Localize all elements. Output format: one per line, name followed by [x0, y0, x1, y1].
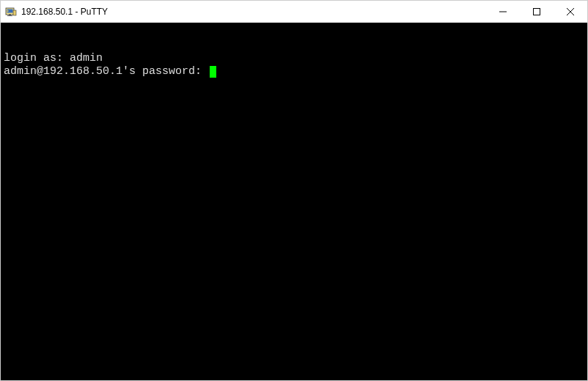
cursor: [210, 66, 216, 78]
svg-rect-2: [13, 10, 16, 15]
putty-window: 192.168.50.1 - PuTTY login as: adminadm: [0, 0, 588, 381]
terminal-line: admin@192.168.50.1's password:: [4, 65, 584, 78]
minimize-button[interactable]: [486, 1, 520, 22]
window-title: 192.168.50.1 - PuTTY: [21, 7, 486, 17]
titlebar[interactable]: 192.168.50.1 - PuTTY: [1, 1, 587, 23]
maximize-button[interactable]: [520, 1, 554, 22]
svg-rect-6: [534, 8, 540, 15]
close-button[interactable]: [554, 1, 587, 22]
terminal-prompt: admin@192.168.50.1's password:: [4, 65, 208, 78]
putty-icon: [5, 6, 17, 18]
minimize-icon: [499, 8, 507, 15]
terminal-line: login as: admin: [4, 52, 584, 65]
window-controls: [486, 1, 587, 22]
terminal[interactable]: login as: adminadmin@192.168.50.1's pass…: [1, 23, 587, 380]
close-icon: [567, 8, 574, 15]
maximize-icon: [533, 8, 540, 15]
